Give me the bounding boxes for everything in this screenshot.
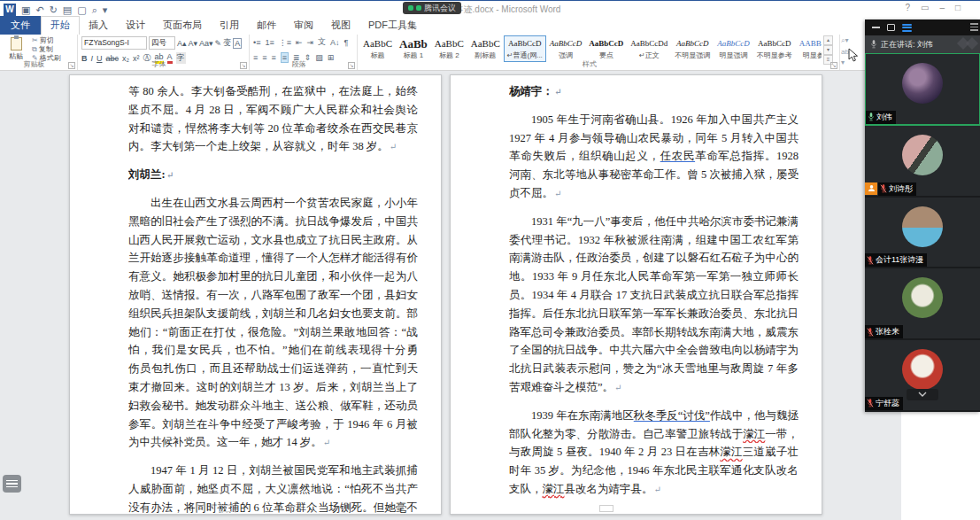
meeting-capture-pill[interactable]: 腾讯会议 — [403, 2, 461, 14]
doc-heading-line: 刘胡兰:↵ — [128, 166, 418, 184]
collapse-chevron-button[interactable] — [907, 389, 938, 400]
style-item[interactable]: AABBCCI明显参考 — [796, 35, 822, 62]
font-name-select[interactable]: FZYaSongS-I — [81, 36, 147, 50]
asian-layout-icon[interactable]: 文 — [318, 36, 326, 48]
doc-text-line: 山西人民开展救亡运动，文水县也成立了抗日民主政府。从此，刘胡 — [128, 231, 418, 250]
style-item[interactable]: AaBbCcDd↵正文 — [627, 35, 671, 62]
mic-on-icon — [868, 112, 875, 122]
word-title-bar: W ▣ ↶ ↻ ▤ ▢ ⌕ ▾ 革命先烈事迹.docx - Microsoft … — [0, 0, 980, 18]
doc-text-line: 参军。刘胡兰在斗争中经受了严峻考验，于 1946 年 6 月被正式批准 — [128, 415, 418, 434]
panel-minimize-icon[interactable] — [872, 27, 880, 28]
restore-icon[interactable]: □ — [955, 3, 961, 12]
tab-页面布局[interactable]: 页面布局 — [154, 17, 211, 35]
doc-text-line: 苦艰难奋斗之模范”。↵ — [509, 378, 799, 397]
tab-开始[interactable]: 开始 — [41, 16, 80, 35]
participant-name-tag: 宁舒蕊 — [865, 397, 903, 410]
doc-text-line: 妇救会秘书。她发动群众斗地主、送公粮、做军鞋，还动员青年报名 — [128, 397, 418, 415]
document-canvas[interactable]: 等 80 余人。李大钊备受酷刑，在监狱中，在法庭上，始终大义凛然，坚贞不屈。4 … — [0, 71, 980, 520]
styles-gallery-scroll: ▴ ▾ ≡ — [823, 35, 833, 62]
meeting-float-list-button[interactable] — [3, 475, 21, 493]
copy-icon: ⧉ — [32, 45, 37, 54]
show-marks-icon[interactable]: ¶ — [344, 38, 349, 47]
increase-indent-icon[interactable]: ⇥ — [306, 38, 313, 47]
tab-PDF工具集[interactable]: PDF工具集 — [359, 17, 426, 35]
tab-设计[interactable]: 设计 — [117, 17, 154, 35]
avatar — [902, 63, 943, 104]
participant-tile-ningshurui[interactable]: 宁舒蕊 — [865, 340, 980, 412]
numbering-icon[interactable]: 1≡ — [265, 38, 274, 47]
tab-审阅[interactable]: 审阅 — [285, 17, 322, 35]
doc-text-line: 1905 年生于河南省确山县。1926 年加入中国共产主义青年团。 — [509, 111, 799, 129]
paragraph-dialog-launcher[interactable]: ↘ — [348, 62, 355, 69]
bullets-icon[interactable]: •≡ — [253, 38, 260, 47]
participant-name-tag: 张栓来 — [865, 325, 903, 338]
doc-text-line: 时年 35 岁。为纪念他，1946 年东北民主联军通化支队改名为杨靖宇 — [509, 462, 799, 480]
tab-引用[interactable]: 引用 — [211, 17, 248, 35]
doc-text-line: 南满游击队，任政治委员，创建了以磐石红石砬子为中心的游击根据 — [509, 249, 799, 268]
doc-blank-line — [509, 203, 799, 213]
panel-layout-icon[interactable] — [887, 24, 895, 31]
doc-text-line: 贞不屈。↵ — [509, 184, 799, 203]
tab-邮件[interactable]: 邮件 — [248, 17, 285, 35]
participant-tile-zhangshiman[interactable]: 会计11张诗漫 — [865, 198, 980, 269]
style-item[interactable]: AaBbC标题 2 — [431, 35, 467, 62]
style-item[interactable]: AaBbC标题 — [359, 35, 396, 62]
copy-button[interactable]: ⧉复制 — [32, 45, 61, 53]
styles-dialog-launcher[interactable]: ↘ — [830, 62, 837, 69]
multilevel-list-icon[interactable]: ⋮≡ — [279, 38, 291, 47]
gallery-up-icon[interactable]: ▴ — [823, 35, 833, 45]
help-icon[interactable]: ? — [905, 3, 910, 12]
clipboard-dialog-launcher[interactable]: ↘ — [68, 62, 75, 69]
font-dialog-launcher[interactable]: ↘ — [240, 62, 247, 69]
shrink-font-icon[interactable]: A▾ — [189, 39, 198, 48]
tab-视图[interactable]: 视图 — [322, 17, 359, 35]
decrease-indent-icon[interactable]: ⇤ — [296, 38, 303, 47]
ribbon-options-icon[interactable]: ▭ — [921, 3, 929, 12]
cut-button[interactable]: ✂剪切 — [32, 36, 61, 44]
pinyin-guide-icon[interactable]: 变 — [223, 37, 231, 49]
style-item[interactable]: AaBbCcD不明显参考 — [753, 35, 796, 62]
tab-插入[interactable]: 插入 — [80, 17, 117, 35]
doc-text-line: 对和谴责，悍然将李大钊等 20 位革命者绞杀在西交民巷京师看守所 — [128, 120, 418, 138]
doc-blank-line — [128, 156, 418, 166]
font-size-select[interactable]: 四号 — [149, 36, 175, 50]
doc-text-line: 没有办法，将同时被捕的 6 位革命群众当场铡死。但她毫不畏惧，从 — [128, 499, 418, 517]
paste-button[interactable]: 粘贴 — [4, 36, 28, 61]
document-page-1[interactable]: 等 80 余人。李大钊备受酷刑，在监狱中，在法庭上，始终大义凛然，坚贞不屈。4 … — [69, 74, 442, 515]
clear-format-icon[interactable]: ✎ — [215, 39, 222, 48]
sort-icon[interactable]: A↓ — [330, 38, 340, 47]
doc-text-line: 1927 年 4 月参与领导确山农民暴动，同年 5 月转入中国共产党。大 — [509, 129, 799, 148]
change-case-icon[interactable]: Aa▾ — [199, 39, 213, 48]
panel-grid-view-icon[interactable] — [902, 24, 912, 32]
character-border-icon[interactable]: A — [233, 38, 242, 49]
doc-text-line: 组织民兵担架队支援前线，刘胡兰和几名妇女也要支前。部队首长劝 — [128, 305, 418, 323]
style-item[interactable]: AaBbCcD强调 — [546, 35, 586, 62]
style-item[interactable]: AaBbCcD不明显强调 — [671, 35, 714, 62]
doc-text-line: 坚贞不屈。4 月 28 日，军阀不顾广大人民群众和社会舆论的强烈反 — [128, 101, 418, 120]
desktop-strip — [901, 412, 980, 520]
participant-tile-liuwei[interactable]: 刘伟 — [865, 53, 980, 126]
doc-text-line: 人威胁面前，她坚贞不屈，大义凛然地说：“怕死不当共产党！”敌人 — [128, 480, 418, 499]
style-item[interactable]: AaBbC副标题 — [467, 35, 504, 62]
gallery-down-icon[interactable]: ▾ — [823, 45, 833, 55]
grow-font-icon[interactable]: A▴ — [177, 39, 187, 48]
style-item[interactable]: AaBbCcD↵普通(网... — [504, 35, 546, 62]
participant-tile-liushitong[interactable]: 刘诗彤 — [865, 126, 980, 198]
clipboard-group-label: 剪贴板 — [0, 59, 68, 69]
document-page-2[interactable]: 杨靖宇：↵1905 年生于河南省确山县。1926 年加入中国共产主义青年团。19… — [450, 74, 822, 515]
watermark-shape-2 — [966, 37, 978, 50]
find-partial-icon[interactable]: ⌕▾ — [841, 36, 864, 45]
style-item[interactable]: AaBb标题 1 — [396, 35, 431, 62]
tab-文件[interactable]: 文件 — [0, 16, 41, 35]
doc-text-line: 束才撤回来。这时的刘胡兰才 13 岁。后来，刘胡兰当上了云周西村 — [128, 378, 418, 397]
doc-text-line: 怕，我们是女民兵，也不怕。”她们在前线表现得十分勇敢，不但为 — [128, 341, 418, 360]
participant-tile-zhangshuanlai[interactable]: 张栓来 — [865, 268, 980, 340]
mic-muted-icon — [867, 255, 874, 266]
style-item[interactable]: AaBbCcD明显强调 — [714, 35, 753, 62]
panel-menu-icon[interactable] — [970, 23, 978, 31]
style-item[interactable]: AaBbCcD要点 — [585, 35, 627, 62]
doc-blank-line — [128, 452, 418, 462]
doc-text-line: 委代理书记。1932 年秋被派往南满，组建中国工农红军第三十二军 — [509, 231, 799, 250]
minimize-icon[interactable]: – — [939, 3, 945, 12]
doc-text-line: 等 80 余人。李大钊备受酷刑，在监狱中，在法庭上，始终大义凛然， — [128, 82, 418, 101]
